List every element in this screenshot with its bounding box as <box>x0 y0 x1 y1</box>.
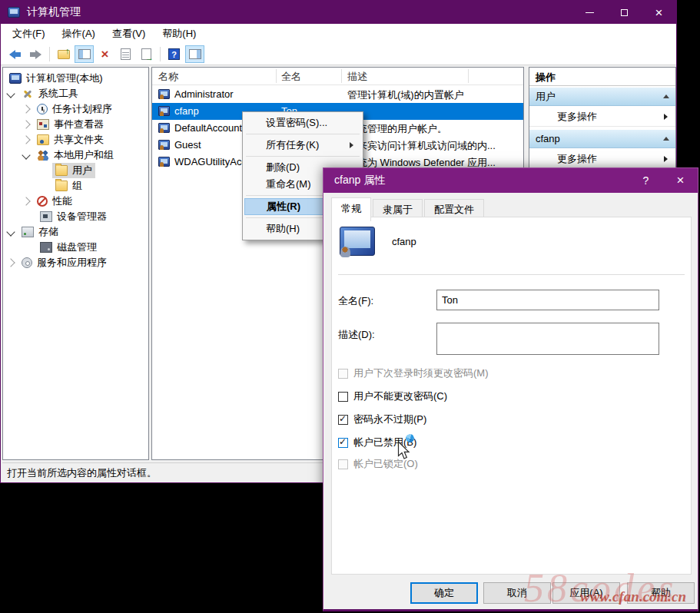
help-icon: ? <box>168 48 180 60</box>
menu-separator <box>246 156 360 157</box>
menu-view[interactable]: 查看(V) <box>104 24 154 44</box>
list-header: 名称 全名 描述 <box>152 68 523 85</box>
chevron-expanded-icon[interactable] <box>6 227 15 236</box>
menu-help[interactable]: 帮助(H) <box>154 24 204 44</box>
watermark-small: www.cfan.com.cn <box>580 588 686 605</box>
actions-section-cfanp[interactable]: cfanp <box>529 130 675 148</box>
checkbox-row-password-never-expires[interactable]: 密码永不过期(P) <box>338 413 426 426</box>
column-header-fullname[interactable]: 全名 <box>281 70 301 84</box>
column-header-description[interactable]: 描述 <box>347 70 367 84</box>
chevron-collapsed-icon[interactable] <box>22 120 30 128</box>
delete-button[interactable]: × <box>95 45 114 63</box>
help-button-toolbar[interactable]: ? <box>164 45 184 63</box>
up-folder-icon <box>58 50 70 59</box>
back-button[interactable] <box>5 45 25 63</box>
maximize-icon <box>621 9 628 16</box>
more-actions-cfanp[interactable]: 更多操作 <box>529 149 675 169</box>
dialog-close-button[interactable]: × <box>663 168 698 193</box>
app-icon <box>8 7 20 18</box>
user-icon <box>158 123 170 133</box>
tree-item-users[interactable]: 用户 <box>3 163 148 178</box>
shared-folders-icon <box>37 134 49 145</box>
dialog-help-button[interactable]: ? <box>629 168 663 193</box>
tree-item-shared-folders[interactable]: 共享文件夹 <box>3 132 148 147</box>
minimize-button[interactable] <box>572 1 607 24</box>
desktop: 计算机管理 × 文件(F) 操作(A) 查看(V) 帮助(H) × ? <box>0 0 700 613</box>
checkbox-password-never-expires[interactable] <box>338 415 348 425</box>
mouse-cursor-icon <box>397 441 410 463</box>
chevron-collapsed-icon[interactable] <box>22 135 30 144</box>
performance-icon <box>37 196 48 207</box>
disk-management-icon <box>40 242 52 253</box>
chevron-expanded-icon[interactable] <box>22 151 30 159</box>
tree-item-task-scheduler[interactable]: 任务计划程序 <box>3 101 148 117</box>
chevron-expanded-icon[interactable] <box>6 89 15 98</box>
tree-item-groups[interactable]: 组 <box>3 178 148 194</box>
close-button[interactable]: × <box>642 1 676 24</box>
menu-file[interactable]: 文件(F) <box>4 24 54 44</box>
tree-item-services-applications[interactable]: 服务和应用程序 <box>3 255 148 270</box>
title-bar[interactable]: 计算机管理 × <box>1 1 676 24</box>
services-icon <box>22 257 32 268</box>
toolbar-separator <box>160 47 161 61</box>
ok-button[interactable]: 确定 <box>410 582 478 604</box>
menu-item-all-tasks[interactable]: 所有任务(K) <box>244 137 361 154</box>
tree-item-performance[interactable]: 性能 <box>3 194 148 209</box>
dialog-title: cfanp 属性 <box>334 174 385 187</box>
collapse-arrow-icon[interactable] <box>663 94 669 98</box>
user-icon <box>158 106 170 116</box>
general-tab-page: cfanp 全名(F): 描述(D): 用户下次登录时须更改密码(M) 用户不能… <box>331 217 692 575</box>
chevron-collapsed-icon[interactable] <box>22 104 30 113</box>
user-icon <box>158 157 170 167</box>
list-row-administrator[interactable]: Administrator 管理计算机(域)的内置帐户 <box>152 86 523 103</box>
checkbox-cannot-change-password[interactable] <box>338 392 348 402</box>
menu-separator <box>246 134 360 134</box>
tree-item-event-viewer[interactable]: 事件查看器 <box>3 117 148 132</box>
back-arrow-icon <box>9 50 21 59</box>
dialog-user-name: cfanp <box>392 236 416 247</box>
menu-action[interactable]: 操作(A) <box>54 24 104 44</box>
task-scheduler-icon <box>37 104 48 114</box>
minimize-icon <box>586 12 594 13</box>
up-one-level-button[interactable] <box>54 45 73 63</box>
column-header-name[interactable]: 名称 <box>158 70 178 84</box>
description-label: 描述(D): <box>338 328 375 342</box>
event-viewer-icon <box>37 119 49 130</box>
tree-item-device-manager[interactable]: 设备管理器 <box>3 209 148 224</box>
menu-bar: 文件(F) 操作(A) 查看(V) 帮助(H) <box>1 24 676 44</box>
tree-item-system-tools[interactable]: 系统工具 <box>3 86 148 101</box>
show-console-tree-button[interactable] <box>75 45 94 63</box>
toolbar: × ? <box>1 44 676 65</box>
submenu-arrow-icon <box>664 114 668 120</box>
full-name-field[interactable] <box>436 290 659 310</box>
tree-item-storage[interactable]: 存储 <box>3 224 148 240</box>
action-pane-icon <box>189 49 201 59</box>
export-list-button[interactable] <box>137 45 156 63</box>
user-icon <box>158 89 170 99</box>
forward-button[interactable] <box>26 45 45 63</box>
more-actions-users[interactable]: 更多操作 <box>529 107 675 127</box>
tree-item-disk-management[interactable]: 磁盘管理 <box>3 240 148 255</box>
tree-item-computer-management[interactable]: 计算机管理(本地) <box>3 71 148 86</box>
actions-pane-title: 操作 <box>529 68 675 86</box>
delete-x-icon: × <box>101 48 109 61</box>
full-name-label: 全名(F): <box>338 294 373 308</box>
submenu-arrow-icon <box>664 156 668 162</box>
tab-general[interactable]: 常规 <box>331 197 371 221</box>
menu-item-set-password[interactable]: 设置密码(S)... <box>244 114 361 131</box>
chevron-collapsed-icon[interactable] <box>22 197 30 205</box>
collapse-arrow-icon[interactable] <box>663 137 669 141</box>
chevron-collapsed-icon[interactable] <box>6 258 15 267</box>
tree-item-local-users-groups[interactable]: 本地用户和组 <box>3 147 148 163</box>
properties-button[interactable] <box>116 45 135 63</box>
checkbox-account-disabled[interactable] <box>338 438 348 448</box>
checkbox-row-cannot-change-password[interactable]: 用户不能更改密码(C) <box>338 389 447 403</box>
folder-icon <box>55 165 68 176</box>
show-action-pane-button[interactable] <box>185 45 204 63</box>
storage-icon <box>22 227 34 237</box>
maximize-button[interactable] <box>607 1 642 24</box>
actions-section-users[interactable]: 用户 <box>529 88 675 106</box>
divider <box>338 274 685 275</box>
description-field[interactable] <box>436 323 659 355</box>
console-tree-icon <box>78 49 91 59</box>
